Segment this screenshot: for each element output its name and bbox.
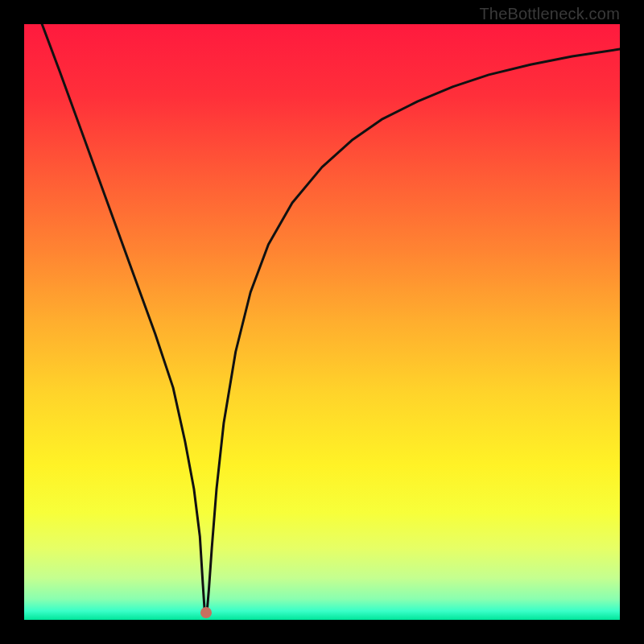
plot-area bbox=[24, 24, 620, 620]
chart-container: TheBottleneck.com bbox=[0, 0, 644, 644]
bottleneck-curve bbox=[24, 24, 620, 620]
watermark-text: TheBottleneck.com bbox=[479, 5, 620, 23]
optimum-marker bbox=[200, 607, 212, 618]
